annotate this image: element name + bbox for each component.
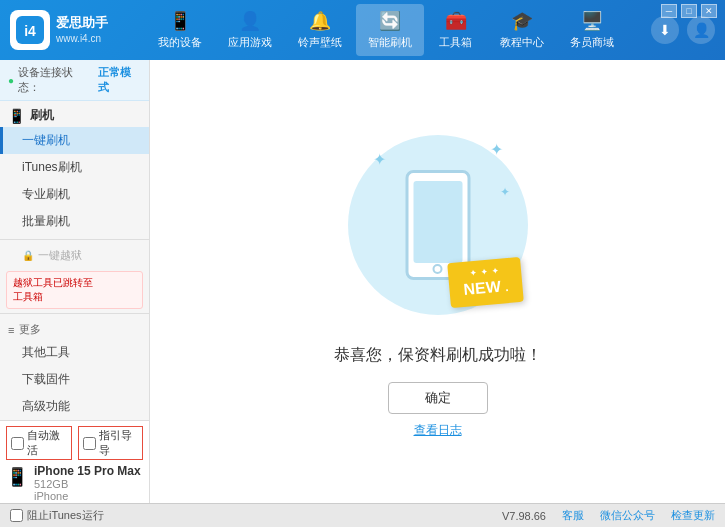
topbar: i4 爱思助手 www.i4.cn 📱 我的设备 👤 应用游戏 🔔 铃声壁纸 xyxy=(0,0,725,60)
nav-smart-flash[interactable]: 🔄 智能刷机 xyxy=(356,4,424,56)
logo-text: 爱思助手 www.i4.cn xyxy=(56,15,108,45)
auto-activate-checkbox[interactable] xyxy=(11,437,24,450)
close-button[interactable]: ✕ xyxy=(701,4,717,18)
phone-home-btn xyxy=(433,264,443,274)
statusbar-service-link[interactable]: 客服 xyxy=(562,508,584,523)
sidebar-more-header: ≡ 更多 xyxy=(0,318,149,339)
tutorials-icon: 🎓 xyxy=(511,10,533,32)
sidebar-item-pro-flash[interactable]: 专业刷机 xyxy=(0,181,149,208)
minimize-button[interactable]: ─ xyxy=(661,4,677,18)
confirm-button[interactable]: 确定 xyxy=(388,382,488,414)
guide-checkbox-item: 指引导导 xyxy=(78,426,144,460)
success-message: 恭喜您，保资料刷机成功啦！ xyxy=(334,345,542,366)
sidebar-status: ● 设备连接状态： 正常模式 xyxy=(0,60,149,101)
topbar-right: ⬇ 👤 xyxy=(651,16,715,44)
flash-section-icon: 📱 xyxy=(8,108,25,124)
phone-screen xyxy=(413,181,462,263)
itunes-checkbox[interactable] xyxy=(10,509,23,522)
main-layout: ● 设备连接状态： 正常模式 📱 刷机 一键刷机 iTunes刷机 专业刷机 批… xyxy=(0,60,725,503)
sparkle-2-icon: ✦ xyxy=(490,140,503,159)
nav-apps-games[interactable]: 👤 应用游戏 xyxy=(216,4,284,56)
statusbar-wechat-link[interactable]: 微信公众号 xyxy=(600,508,655,523)
my-device-icon: 📱 xyxy=(169,10,191,32)
service-icon: 🖥️ xyxy=(581,10,603,32)
nav-tutorials[interactable]: 🎓 教程中心 xyxy=(488,4,556,56)
statusbar-update-link[interactable]: 检查更新 xyxy=(671,508,715,523)
status-dot: ● xyxy=(8,75,14,86)
sidebar-item-other-tools[interactable]: 其他工具 xyxy=(0,339,149,366)
logo-icon: i4 xyxy=(10,10,50,50)
sidebar-item-one-key-flash[interactable]: 一键刷机 xyxy=(0,127,149,154)
sidebar-item-download-fw[interactable]: 下载固件 xyxy=(0,366,149,393)
sidebar-notice: 越狱工具已跳转至工具箱 xyxy=(6,271,143,309)
logo-area: i4 爱思助手 www.i4.cn xyxy=(10,10,120,50)
statusbar-left: 阻止iTunes运行 xyxy=(10,508,482,523)
sidebar-divider-2 xyxy=(0,313,149,314)
new-badge: ✦✦✦ NEW . xyxy=(448,256,525,307)
success-card: ✦ ✦ ✦ ✦✦✦ NEW . xyxy=(334,125,542,439)
sidebar-divider-1 xyxy=(0,239,149,240)
sidebar-item-jailbreak-disabled: 🔒 一键越狱 xyxy=(0,244,149,267)
smart-flash-icon: 🔄 xyxy=(379,10,401,32)
device-checkbox-row: 自动激活 指引导导 xyxy=(6,426,143,460)
nav-toolbox[interactable]: 🧰 工具箱 xyxy=(426,4,486,56)
sidebar-item-batch-flash[interactable]: 批量刷机 xyxy=(0,208,149,235)
svg-text:i4: i4 xyxy=(24,23,36,39)
itunes-checkbox-item: 阻止iTunes运行 xyxy=(10,508,104,523)
phone-illustration: ✦ ✦ ✦ ✦✦✦ NEW . xyxy=(338,125,538,325)
statusbar-right: V7.98.66 客服 微信公众号 检查更新 xyxy=(502,508,715,523)
sparkle-3-icon: ✦ xyxy=(500,185,510,199)
device-info: 📱 iPhone 15 Pro Max 512GB iPhone xyxy=(6,464,143,502)
nav-my-device[interactable]: 📱 我的设备 xyxy=(146,4,214,56)
sidebar-item-itunes-flash[interactable]: iTunes刷机 xyxy=(0,154,149,181)
guide-checkbox[interactable] xyxy=(83,437,96,450)
download-button[interactable]: ⬇ xyxy=(651,16,679,44)
device-phone-icon: 📱 xyxy=(6,466,28,488)
auto-activate-checkbox-item: 自动激活 xyxy=(6,426,72,460)
maximize-button[interactable]: □ xyxy=(681,4,697,18)
nav-items: 📱 我的设备 👤 应用游戏 🔔 铃声壁纸 🔄 智能刷机 🧰 工具箱 🎓 xyxy=(120,4,651,56)
sidebar: ● 设备连接状态： 正常模式 📱 刷机 一键刷机 iTunes刷机 专业刷机 批… xyxy=(0,60,150,503)
statusbar: 阻止iTunes运行 V7.98.66 客服 微信公众号 检查更新 xyxy=(0,503,725,527)
user-button[interactable]: 👤 xyxy=(687,16,715,44)
sidebar-flash-header: 📱 刷机 xyxy=(0,101,149,127)
sidebar-item-advanced[interactable]: 高级功能 xyxy=(0,393,149,420)
nav-ringtones[interactable]: 🔔 铃声壁纸 xyxy=(286,4,354,56)
apps-games-icon: 👤 xyxy=(239,10,261,32)
view-log-link[interactable]: 查看日志 xyxy=(414,422,462,439)
device-area: 自动激活 指引导导 📱 iPhone 15 Pro Max 512GB iPho… xyxy=(0,420,149,503)
content-area: ✦ ✦ ✦ ✦✦✦ NEW . xyxy=(150,60,725,503)
toolbox-icon: 🧰 xyxy=(445,10,467,32)
window-controls: ─ □ ✕ xyxy=(661,4,717,18)
device-text: iPhone 15 Pro Max 512GB iPhone xyxy=(34,464,141,502)
ringtones-icon: 🔔 xyxy=(309,10,331,32)
lock-icon: 🔒 xyxy=(22,250,34,261)
sparkle-1-icon: ✦ xyxy=(373,150,386,169)
nav-service[interactable]: 🖥️ 务员商域 xyxy=(558,4,626,56)
